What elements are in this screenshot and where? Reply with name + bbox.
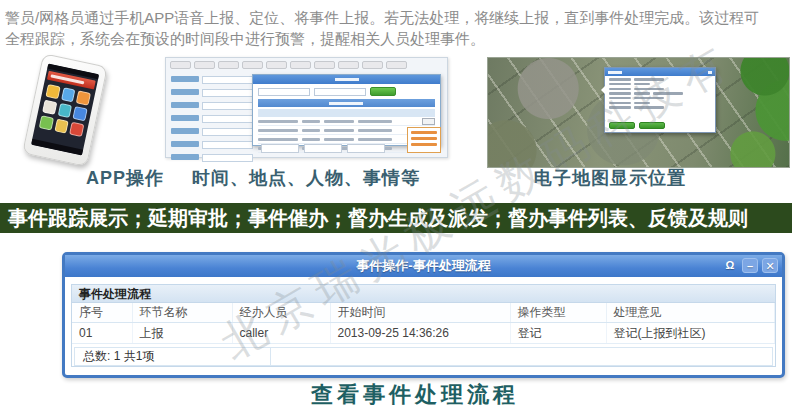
phone-navbar <box>31 139 83 156</box>
dialog-table-row <box>258 117 435 126</box>
close-icon <box>708 71 712 74</box>
window-body: 事件处理流程 序号 环节名称 经办人员 开始时间 操作类型 处理意见 <box>65 277 782 367</box>
event-process-window: 事件操作-事件处理流程 Ω – ✕ 事件处理流程 序号 环节名称 经办人员 <box>62 252 785 378</box>
panel-section-title: 事件处理流程 <box>72 285 775 303</box>
col-序号: 序号 <box>72 303 132 323</box>
cell-step: 上报 <box>132 323 232 344</box>
bottom-fields <box>261 144 385 153</box>
phone-screen <box>31 64 99 156</box>
form-fields <box>171 76 253 167</box>
search-button <box>370 87 396 96</box>
window-controls: Ω – ✕ <box>722 258 778 273</box>
col-操作类型: 操作类型 <box>510 303 606 323</box>
phone-illustration <box>22 53 108 166</box>
map-screenshot-image <box>487 57 790 168</box>
process-panel: 事件处理流程 序号 环节名称 经办人员 开始时间 操作类型 处理意见 <box>71 284 776 367</box>
app-tile-icon <box>42 100 57 115</box>
table-row[interactable]: 01 上报 caller 2013-09-25 14:36:26 登记 登记(上… <box>72 323 775 344</box>
app-screenshot-image <box>18 55 148 167</box>
caption-map: 电子地图显示位置 <box>460 166 760 190</box>
intro-line-1: 警员/网格员通过手机APP语音上报、定位、将事件上报。若无法处理，将继续上报，直… <box>5 7 789 28</box>
col-经办人员: 经办人员 <box>232 303 330 323</box>
dialog-titlebar <box>253 75 440 84</box>
page: 警员/网格员通过手机APP语音上报、定位、将事件上报。若无法处理，将继续上报，直… <box>0 0 792 405</box>
cell-handler: caller <box>232 323 330 344</box>
tab-strip <box>166 58 447 72</box>
col-开始时间: 开始时间 <box>330 303 510 323</box>
app-tile-icon <box>57 103 72 118</box>
dialog-search-row <box>253 84 440 99</box>
event-detail-screenshot-image <box>165 57 448 158</box>
app-tile-icon <box>69 122 84 137</box>
feature-banner: 事件跟踪展示；延期审批；事件催办；督办生成及派发；督办事件列表、反馈及规则 <box>0 203 792 233</box>
refresh-icon[interactable]: Ω <box>722 258 738 273</box>
popup-titlebar <box>605 68 715 76</box>
table-summary-bar: 总数: 1 共1项 <box>74 347 773 366</box>
footer-caption: 查看事件处理流程 <box>40 380 790 405</box>
window-title: 事件操作-事件处理流程 <box>356 258 490 273</box>
popup-action-buttons <box>609 122 665 129</box>
map-event-popup <box>604 67 716 133</box>
process-table: 序号 环节名称 经办人员 开始时间 操作类型 处理意见 01 上报 caller <box>72 303 775 344</box>
app-tile-icon <box>45 84 60 99</box>
cell-op-type: 登记 <box>510 323 606 344</box>
intro-paragraph: 警员/网格员通过手机APP语音上报、定位、将事件上报。若无法处理，将继续上报，直… <box>5 7 789 49</box>
app-tile-icon <box>54 118 69 133</box>
app-tile-icon <box>73 106 88 121</box>
dialog-table-header <box>258 109 435 117</box>
phone-app-grid <box>34 80 95 141</box>
app-tile-icon <box>39 115 54 130</box>
dialog-subheader <box>258 99 435 107</box>
minimize-button[interactable]: – <box>742 258 758 273</box>
cell-start-time: 2013-09-25 14:36:26 <box>330 323 510 344</box>
app-tile-icon <box>76 90 91 105</box>
cell-seq: 01 <box>72 323 132 344</box>
summary-count: 总数: 1 共1项 <box>75 348 271 365</box>
intro-line-2: 全程跟踪，系统会在预设的时间段中进行预警，提醒相关人员处理事件。 <box>5 28 789 49</box>
caption-detail: 时间、地点、人物、事情等 <box>162 166 450 190</box>
status-note <box>407 127 441 153</box>
app-tile-icon <box>61 87 76 102</box>
col-处理意见: 处理意见 <box>606 303 775 323</box>
col-环节名称: 环节名称 <box>132 303 232 323</box>
window-titlebar: 事件操作-事件处理流程 Ω – ✕ <box>65 255 782 277</box>
table-header-row: 序号 环节名称 经办人员 开始时间 操作类型 处理意见 <box>72 303 775 323</box>
close-button[interactable]: ✕ <box>762 258 778 273</box>
cell-opinion: 登记(上报到社区) <box>606 323 775 344</box>
